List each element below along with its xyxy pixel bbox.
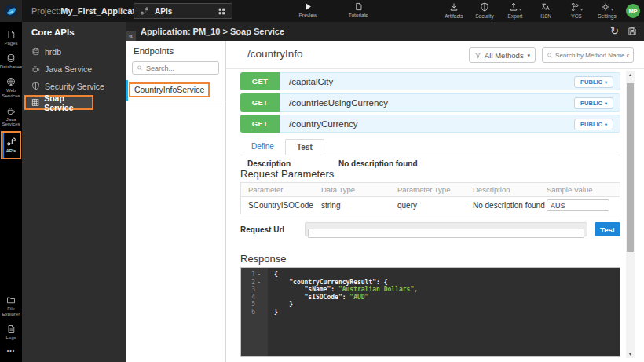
scroll-down-arrow[interactable]: ▾ — [626, 350, 635, 358]
core-api-item-label: Security Service — [45, 82, 104, 91]
chevron-down-icon: ▾ — [605, 122, 607, 127]
response-heading: Response — [240, 253, 287, 265]
line-number: 5 — [241, 301, 255, 309]
i18n-button[interactable]: I18N — [534, 2, 558, 19]
test-button[interactable]: Test — [595, 222, 620, 236]
project-prefix: Project: — [31, 6, 60, 16]
sidebar-item-java-services[interactable]: Java Services — [1, 103, 21, 130]
sidebar-item-logs[interactable]: Logs — [1, 321, 21, 343]
access-level-dropdown[interactable]: PUBLIC▾ — [574, 76, 613, 88]
access-level-dropdown[interactable]: PUBLIC▾ — [574, 97, 613, 109]
sidebar-item-web-services[interactable]: Web Services — [1, 74, 21, 101]
sidebar-item-label: Databases — [0, 64, 22, 70]
endpoint-card-capitalcity[interactable]: GET /capitalCity PUBLIC▾ — [240, 72, 620, 90]
param-name-cell: SCountryISOCode — [241, 201, 320, 210]
resource-selector[interactable]: APIs — [134, 3, 232, 19]
service-title: /countryInfo — [247, 48, 303, 60]
apps-grid-icon — [218, 7, 226, 16]
app-logo[interactable] — [0, 0, 22, 22]
core-api-item-security-service[interactable]: Security Service — [22, 78, 126, 94]
endpoint-path: /capitalCity — [289, 77, 333, 86]
main-content: /countryInfo All Methods ▾ GET /capitalC… — [226, 41, 644, 362]
tutorials-button[interactable]: Tutorials — [339, 2, 377, 18]
sample-value-cell — [545, 199, 620, 211]
tab-test[interactable]: Test — [285, 139, 324, 155]
http-method-badge: GET — [240, 72, 280, 90]
endpoint-path: /countryCurrency — [289, 119, 358, 129]
method-search[interactable] — [542, 47, 634, 63]
tab-define[interactable]: Define — [240, 138, 285, 155]
save-icon[interactable] — [628, 27, 637, 36]
endpoint-service-item[interactable]: CountryInfoService — [126, 81, 225, 101]
core-api-item-java-service[interactable]: Java Service — [22, 60, 126, 77]
http-method-badge: GET — [240, 115, 280, 133]
core-api-item-label: hrdb — [45, 47, 61, 57]
sidebar-item-label: File Explorer — [1, 306, 21, 317]
access-level-label: PUBLIC — [580, 79, 602, 86]
search-icon — [547, 52, 553, 59]
sidebar-item-label: Logs — [5, 335, 16, 341]
globe-icon — [6, 77, 16, 86]
vcs-button[interactable]: ▾ VCS — [565, 2, 588, 19]
request-parameters-table: Parameter Data Type Parameter Type Descr… — [240, 182, 620, 214]
ellipsis-icon: ••• — [7, 348, 15, 353]
selected-indicator — [126, 80, 128, 101]
chevron-down-icon: ▾ — [605, 101, 607, 106]
settings-button[interactable]: ▾ Settings — [595, 2, 619, 19]
tutorials-doc-icon — [354, 2, 363, 11]
core-api-item-label: Soap Service — [44, 93, 92, 112]
wavemaker-logo-icon — [4, 4, 18, 18]
endpoint-card-countriesusingcurrency[interactable]: GET /countriesUsingCurrency PUBLIC▾ — [240, 93, 620, 112]
endpoints-search[interactable] — [132, 61, 219, 75]
refresh-icon[interactable]: ↻ — [610, 25, 619, 38]
vertical-scrollbar[interactable]: ▴ ▾ — [626, 71, 635, 358]
core-api-item-label: Java Service — [45, 64, 92, 74]
endpoints-title: Endpoints — [126, 41, 225, 56]
endpoint-card-countrycurrency[interactable]: GET /countryCurrency PUBLIC▾ — [240, 115, 620, 133]
log-file-icon — [6, 324, 16, 334]
chevron-right-icon: > — [120, 5, 126, 16]
access-level-dropdown[interactable]: PUBLIC▾ — [574, 119, 613, 130]
artifacts-button[interactable]: Artifacts — [442, 2, 466, 19]
fold-icon[interactable]: - — [255, 271, 263, 279]
sidebar-item-databases[interactable]: Databases — [1, 50, 21, 72]
fold-icon[interactable]: - — [255, 279, 263, 287]
line-number: 1 — [241, 271, 255, 279]
request-url-input[interactable] — [308, 229, 584, 238]
request-parameters-heading: Request Parameters — [240, 168, 334, 180]
chevron-down-icon: ▾ — [519, 7, 521, 12]
preview-button[interactable]: Preview — [289, 2, 327, 18]
application-title: Application: PM_10 > Soap Service — [141, 27, 284, 36]
sample-value-input[interactable] — [547, 199, 609, 211]
branch-icon — [570, 2, 580, 12]
scroll-up-arrow[interactable]: ▴ — [626, 71, 635, 79]
security-button[interactable]: Security — [473, 2, 496, 19]
sidebar-item-label: Web Services — [1, 88, 21, 99]
scrollbar-thumb[interactable] — [627, 83, 634, 252]
folder-icon — [6, 295, 16, 305]
user-avatar[interactable]: MP — [626, 4, 640, 18]
sidebar-item-file-explorer[interactable]: File Explorer — [1, 292, 21, 320]
line-number: 4 — [241, 294, 255, 302]
translate-icon — [541, 2, 551, 12]
tutorials-label: Tutorials — [349, 13, 368, 18]
editor-code-area[interactable]: { "countryCurrencyResult": { "sName": "A… — [268, 268, 620, 356]
sidebar-more-button[interactable]: ••• — [1, 345, 21, 356]
core-api-item-soap-service[interactable]: Soap Service — [24, 95, 93, 110]
collapse-panel-button[interactable]: « — [126, 31, 136, 42]
sidebar-item-label: Pages — [4, 41, 17, 46]
sidebar-item-apis[interactable]: APIs — [1, 131, 21, 159]
export-button[interactable]: ▾ Export — [503, 2, 527, 19]
response-code-editor[interactable]: 1- 2- 3 4 5 6 { "countryCurrencyResult":… — [240, 267, 620, 357]
api-icon — [6, 137, 16, 147]
method-search-input[interactable] — [555, 52, 629, 59]
core-api-item-hrdb[interactable]: hrdb — [22, 43, 126, 60]
methods-filter-dropdown[interactable]: All Methods ▾ — [469, 47, 536, 63]
project-breadcrumb: Project:My_First_Application — [31, 6, 148, 16]
sidebar-item-pages[interactable]: Pages — [1, 27, 21, 49]
endpoints-search-input[interactable] — [146, 64, 214, 72]
code-line: } — [274, 309, 620, 316]
code-line: "sISOCode": "AUD" — [274, 294, 620, 302]
selector-label: APIs — [155, 7, 212, 16]
sidebar-item-label: Java Services — [1, 117, 21, 128]
